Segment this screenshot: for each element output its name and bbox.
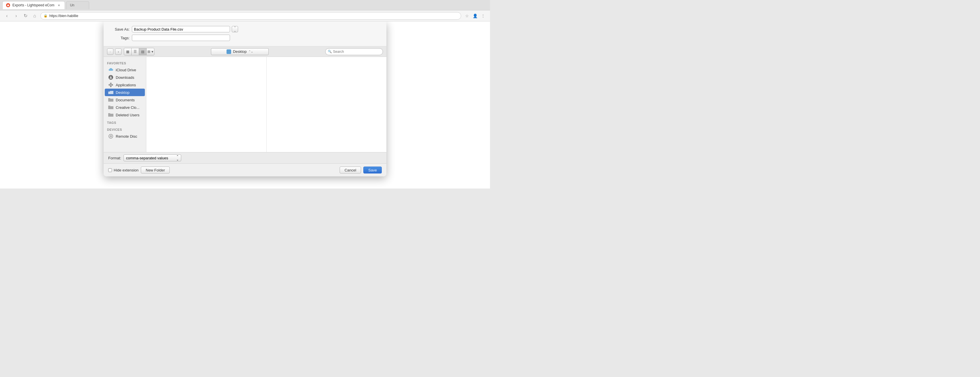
browser-actions: ☆ 👤 ⋮: [463, 13, 487, 19]
save-button[interactable]: Save: [363, 167, 382, 173]
browser-toolbar: ‹ › ↻ ⌂ 🔒 https://bien-habillie ☆ 👤 ⋮: [0, 10, 490, 21]
bookmark-button[interactable]: ☆: [463, 13, 470, 19]
sidebar-item-icloud-drive[interactable]: iCloud Drive: [105, 66, 145, 73]
nav-forward-button[interactable]: ›: [115, 48, 121, 55]
devices-section-label: Devices: [103, 126, 146, 132]
hide-extension-checkbox[interactable]: [108, 168, 112, 172]
favorites-section-label: Favorites: [103, 59, 146, 66]
sidebar-item-documents[interactable]: Documents: [105, 96, 145, 103]
sidebar-item-label-desktop: Desktop: [116, 91, 130, 95]
creative-cloud-folder-icon: [108, 105, 113, 110]
sidebar-item-label-icloud: iCloud Drive: [116, 68, 136, 72]
forward-button[interactable]: ›: [13, 13, 20, 19]
tab-title-inactive: Un: [70, 3, 86, 7]
location-button[interactable]: Desktop ⌃⌄: [211, 48, 269, 55]
tags-input[interactable]: [132, 35, 230, 41]
dialog-header: Save As: ⌃⌄ Tags:: [103, 21, 387, 46]
icloud-drive-icon: [108, 67, 113, 72]
content-pane-2: [267, 57, 387, 152]
browser-content: Save As: ⌃⌄ Tags: ‹ › ▦ ☰ ▤: [0, 21, 490, 189]
browser-window: Exports - Lightspeed eCom ✕ Un ‹ › ↻ ⌂ 🔒…: [0, 0, 490, 189]
view-cover-btn[interactable]: ⊞ ▾: [146, 48, 154, 55]
back-button[interactable]: ‹: [3, 13, 10, 19]
search-input[interactable]: [333, 50, 380, 54]
browser-titlebar: Exports - Lightspeed eCom ✕ Un: [0, 0, 490, 10]
sidebar-item-applications[interactable]: Applications: [105, 81, 145, 89]
svg-point-9: [110, 136, 112, 137]
svg-point-8: [109, 134, 113, 138]
tab-favicon-icon: [6, 3, 10, 7]
view-columns-btn[interactable]: ▤: [139, 48, 146, 55]
sidebar-item-downloads[interactable]: Downloads: [105, 73, 145, 81]
tab-active[interactable]: Exports - Lightspeed eCom ✕: [2, 1, 65, 9]
downloads-icon: [108, 75, 113, 80]
sidebar-item-label-applications: Applications: [116, 83, 136, 87]
deleted-users-folder-icon: [108, 112, 113, 118]
dialog-content: [146, 57, 387, 152]
format-bar: Format: comma-separated values ⌃⌄: [103, 152, 387, 164]
sidebar-item-label-documents: Documents: [116, 98, 135, 102]
tags-section-label: Tags: [103, 119, 146, 126]
format-select[interactable]: comma-separated values ⌃⌄: [124, 154, 181, 161]
view-mode-group: ▦ ☰ ▤ ⊞ ▾: [124, 48, 154, 56]
reload-button[interactable]: ↻: [22, 13, 29, 19]
chevron-updown-icon: ⌃⌄: [234, 26, 236, 32]
tab-bar: Exports - Lightspeed eCom ✕ Un: [2, 1, 488, 9]
tab-title-active: Exports - Lightspeed eCom: [13, 3, 54, 7]
tab-inactive[interactable]: Un: [66, 1, 89, 9]
documents-folder-icon: [108, 97, 113, 102]
search-box: 🔍: [325, 48, 383, 55]
cancel-button[interactable]: Cancel: [340, 167, 361, 173]
save-as-input[interactable]: [132, 26, 230, 32]
view-list-btn[interactable]: ☰: [132, 48, 139, 55]
home-button[interactable]: ⌂: [31, 13, 38, 19]
svg-rect-7: [108, 92, 113, 94]
save-as-label: Save As:: [109, 27, 130, 32]
location-name: Desktop: [233, 49, 247, 54]
format-label: Format:: [108, 156, 121, 160]
dialog-sidebar: Favorites iCloud Drive: [103, 57, 146, 152]
save-as-row: Save As: ⌃⌄: [109, 26, 381, 32]
dialog-toolbar: ‹ › ▦ ☰ ▤ ⊞ ▾ Desktop ⌃⌄ 🔍: [103, 46, 387, 57]
save-dialog: Save As: ⌃⌄ Tags: ‹ › ▦ ☰ ▤: [103, 21, 387, 177]
sidebar-item-label-deleted-users: Deleted Users: [116, 113, 139, 117]
nav-back-button[interactable]: ‹: [107, 48, 113, 55]
profile-button[interactable]: 👤: [471, 13, 479, 19]
sidebar-item-remote-disc[interactable]: Remote Disc: [105, 132, 145, 140]
dialog-footer: Hide extension New Folder Cancel Save: [103, 164, 387, 177]
lock-icon: 🔒: [44, 14, 48, 17]
menu-button[interactable]: ⋮: [480, 13, 487, 19]
sidebar-item-label-creative-cloud: Creative Clo...: [116, 105, 139, 110]
search-icon: 🔍: [328, 50, 332, 53]
desktop-folder-icon: [108, 90, 113, 95]
address-text: https://bien-habillie: [49, 14, 78, 18]
location-chevron-icon: ⌃⌄: [248, 50, 253, 53]
format-value: comma-separated values: [126, 156, 168, 160]
dialog-body: Favorites iCloud Drive: [103, 57, 387, 152]
sidebar-item-desktop[interactable]: Desktop: [105, 89, 145, 96]
sidebar-item-label-remote-disc: Remote Disc: [116, 134, 137, 138]
expand-button[interactable]: ⌃⌄: [232, 26, 238, 32]
format-chevron-icon: ⌃⌄: [176, 155, 179, 161]
location-folder-icon: [226, 49, 231, 54]
tags-label: Tags:: [109, 36, 130, 40]
tab-close-btn[interactable]: ✕: [57, 3, 61, 8]
address-bar[interactable]: 🔒 https://bien-habillie: [40, 12, 461, 20]
remote-disc-icon: [108, 134, 113, 139]
sidebar-item-deleted-users[interactable]: Deleted Users: [105, 111, 145, 119]
hide-extension-label: Hide extension: [114, 168, 138, 172]
content-pane-1: [146, 57, 267, 152]
view-icon-btn[interactable]: ▦: [124, 48, 132, 55]
applications-icon: [108, 82, 113, 87]
new-folder-button[interactable]: New Folder: [141, 167, 170, 173]
hide-extension-row: Hide extension: [108, 168, 138, 172]
sidebar-item-label-downloads: Downloads: [116, 75, 134, 80]
tags-row: Tags:: [109, 35, 381, 41]
location-popup: Desktop ⌃⌄: [156, 48, 323, 55]
sidebar-item-creative-cloud[interactable]: Creative Clo...: [105, 103, 145, 111]
